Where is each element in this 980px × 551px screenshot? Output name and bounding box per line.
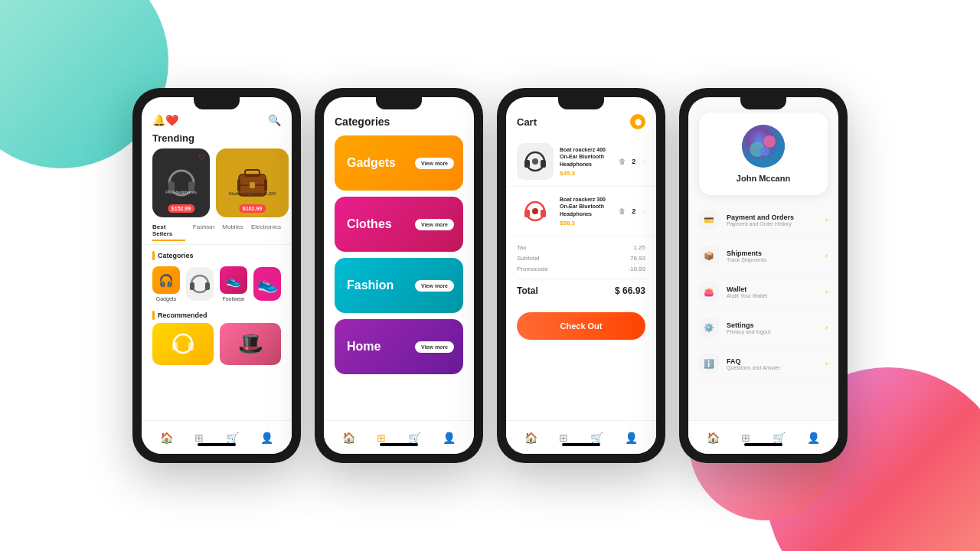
coin-icon: ⬤ — [630, 114, 645, 129]
categories-label: Categories — [142, 245, 292, 263]
wallet-sub: Audit Your Wallet — [727, 293, 818, 298]
nav-grid-2[interactable]: ⊞ — [377, 432, 386, 444]
trash-icon-1[interactable]: 🗑 — [619, 158, 626, 165]
nav-home-4[interactable]: 🏠 — [707, 432, 720, 444]
nav-profile-2[interactable]: 👤 — [443, 432, 456, 444]
rec-card-1[interactable] — [152, 323, 214, 365]
svg-rect-8 — [250, 182, 255, 188]
tab-electronics[interactable]: Electronics — [251, 223, 281, 241]
nav-profile-3[interactable]: 👤 — [625, 432, 638, 444]
category-items: 🎧 Gadgets 👟 Footwear 👟 — [142, 263, 292, 305]
trending-label: Trending — [142, 132, 292, 148]
wallet-title: Wallet — [727, 285, 818, 293]
subtotal-row: Subtotal 76.93 — [517, 255, 645, 262]
nav-cart-2[interactable]: 🛒 — [408, 432, 421, 444]
subtotal-value: 76.93 — [630, 255, 645, 262]
svg-rect-14 — [188, 342, 194, 350]
svg-rect-16 — [524, 160, 530, 168]
product-card-suitcase[interactable]: ♡ Skullcandy headset L325 $102.99 — [216, 148, 289, 217]
cart-item-2: Boat roackerz 300 On-Ear Bluetooth Headp… — [506, 187, 656, 236]
cat-card-gadgets[interactable]: Gadgets View more — [335, 135, 463, 191]
nav-profile-4[interactable]: 👤 — [807, 432, 820, 444]
svg-rect-10 — [190, 282, 194, 290]
cart-item-name-1: Boat roackerz 400 On-Ear Bluetooth Headp… — [560, 146, 612, 167]
trash-icon-2[interactable]: 🗑 — [619, 207, 626, 215]
phone-cart: Cart ⬤ Boat roackerz 400 On-Ear Bluetoot… — [497, 88, 665, 463]
settings-title: Settings — [727, 321, 818, 329]
rec-card-2[interactable]: 🎩 — [220, 323, 281, 365]
category-gadgets[interactable]: 🎧 Gadgets — [152, 266, 180, 302]
payment-title: Payment and Orders — [727, 214, 818, 221]
tab-mobiles[interactable]: Mobiles — [222, 223, 243, 241]
heart-icon[interactable]: ❤️ — [165, 114, 178, 126]
shipments-sub: Track Shipments — [727, 257, 818, 262]
profile-bottom-bar — [744, 443, 782, 446]
nav-grid-4[interactable]: ⊞ — [741, 432, 750, 444]
cart-bottom-nav: 🏠 ⊞ 🛒 👤 — [506, 420, 656, 454]
product-tabs: Best Sellers Fashion Mobiles Electronics — [142, 217, 292, 245]
view-more-home[interactable]: View more — [415, 341, 454, 353]
wallet-icon: 👛 — [699, 282, 719, 302]
menu-item-payment[interactable]: 💳 Payment and Orders Payment and Order H… — [699, 203, 828, 237]
cat-label-gadgets: Gadgets — [347, 156, 396, 170]
cart-item-1: Boat roackerz 400 On-Ear Bluetooth Headp… — [506, 137, 656, 187]
home-bottom-nav: 🏠 ⊞ 🛒 👤 — [142, 420, 292, 454]
svg-point-18 — [532, 158, 538, 165]
payment-icon: 💳 — [699, 210, 719, 230]
nav-home-2[interactable]: 🏠 — [342, 432, 355, 444]
svg-rect-17 — [541, 160, 546, 168]
settings-sub: Privacy and logout — [727, 329, 818, 334]
faq-icon: ℹ️ — [699, 354, 719, 373]
menu-item-shipments[interactable]: 📦 Shipments Track Shipments › — [699, 239, 828, 273]
profile-bottom-nav: 🏠 ⊞ 🛒 👤 — [688, 420, 838, 454]
chevron-right-1: › — [643, 158, 645, 165]
cat-card-fashion[interactable]: Fashion View more — [335, 258, 463, 313]
product-heart-1[interactable]: ♡ — [198, 153, 205, 161]
menu-item-wallet[interactable]: 👛 Wallet Audit Your Wallet › — [699, 275, 828, 309]
gadgets-product-img — [186, 267, 214, 301]
nav-cart-4[interactable]: 🛒 — [773, 432, 786, 444]
wallet-text: Wallet Audit Your Wallet — [727, 285, 818, 298]
cart-item-price-2: $58.3 — [560, 220, 612, 227]
view-more-clothes[interactable]: View more — [415, 219, 454, 230]
arrow-wallet: › — [825, 288, 828, 295]
view-more-fashion[interactable]: View more — [415, 280, 454, 292]
menu-item-faq[interactable]: ℹ️ FAQ Questions and Answer › — [699, 347, 828, 381]
nav-cart[interactable]: 🛒 — [226, 432, 239, 444]
view-more-gadgets[interactable]: View more — [415, 158, 454, 169]
tab-fashion[interactable]: Fashion — [193, 223, 214, 241]
svg-rect-21 — [541, 210, 546, 217]
nav-profile[interactable]: 👤 — [260, 432, 273, 444]
bell-icon[interactable]: 🔔 — [152, 114, 165, 126]
shipments-title: Shipments — [727, 249, 818, 257]
nav-home-3[interactable]: 🏠 — [524, 432, 537, 444]
svg-point-26 — [760, 147, 769, 156]
nav-grid[interactable]: ⊞ — [194, 432, 204, 444]
chevron-right-2: › — [643, 208, 645, 215]
menu-item-settings[interactable]: ⚙️ Settings Privacy and logout › — [699, 311, 828, 345]
checkout-button[interactable]: Check Out — [517, 312, 645, 340]
product-card-headphones[interactable]: ♡ $152.99 PRO hedphones — [152, 148, 210, 217]
tab-bestsellers[interactable]: Best Sellers — [152, 223, 185, 241]
promo-value: -10.93 — [628, 266, 645, 272]
cart-totals: Tax 1.25 Subtotal 76.93 Promocode -10.93… — [506, 236, 656, 308]
cat-card-home[interactable]: Home View more — [335, 319, 463, 374]
recommended-cards: 🎩 — [142, 323, 292, 365]
nav-cart-3[interactable]: 🛒 — [590, 432, 603, 444]
cat-card-clothes[interactable]: Clothes View more — [335, 197, 463, 252]
profile-card: John Mccann — [699, 112, 828, 195]
svg-point-24 — [763, 135, 776, 148]
cart-item-name-2: Boat roackerz 300 On-Ear Bluetooth Headp… — [560, 196, 612, 217]
cat-label-fashion: Fashion — [347, 279, 394, 292]
product-heart-2[interactable]: ♡ — [277, 153, 284, 161]
cart-item-info-1: Boat roackerz 400 On-Ear Bluetooth Headp… — [560, 146, 612, 176]
promo-label: Promocode — [517, 266, 548, 272]
nav-grid-3[interactable]: ⊞ — [559, 432, 568, 444]
search-icon[interactable]: 🔍 — [268, 114, 281, 126]
cart-item-img-1 — [517, 143, 554, 180]
phone-notch-2 — [376, 97, 422, 109]
payment-text: Payment and Orders Payment and Order His… — [727, 214, 818, 227]
svg-rect-11 — [205, 282, 210, 290]
category-footwear[interactable]: 👟 Footwear — [220, 266, 247, 302]
nav-home[interactable]: 🏠 — [160, 432, 173, 444]
